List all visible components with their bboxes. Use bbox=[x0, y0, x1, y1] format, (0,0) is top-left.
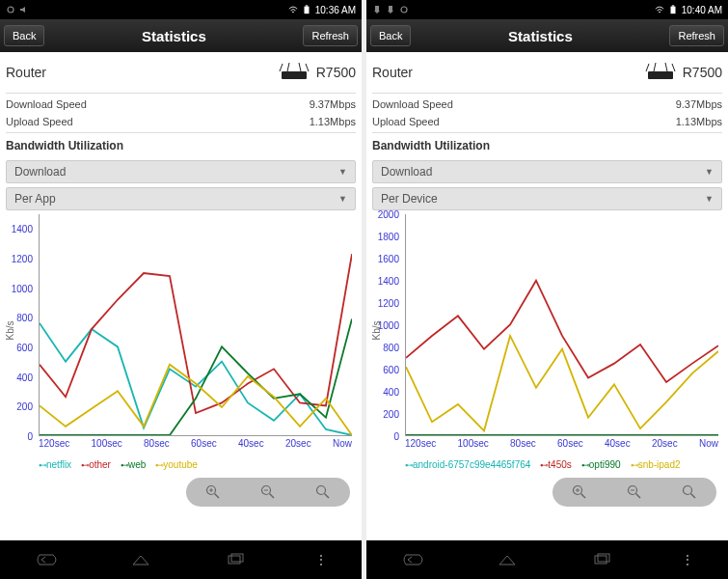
volume-icon bbox=[19, 5, 29, 14]
dropdown-direction[interactable]: Download ▼ bbox=[372, 160, 722, 183]
svg-point-38 bbox=[683, 486, 691, 495]
nav-recent-icon[interactable] bbox=[587, 553, 614, 566]
svg-point-16 bbox=[316, 486, 325, 495]
nav-home-icon[interactable] bbox=[494, 553, 521, 566]
y-tick: 1800 bbox=[372, 232, 399, 242]
router-model: R7500 bbox=[316, 65, 356, 80]
upload-speed-label: Upload Speed bbox=[372, 116, 440, 127]
zoom-bar bbox=[186, 478, 350, 507]
svg-line-32 bbox=[581, 494, 586, 499]
status-time: 10:40 AM bbox=[682, 5, 722, 15]
router-label: Router bbox=[6, 65, 46, 80]
svg-line-14 bbox=[269, 494, 274, 499]
y-tick: 2000 bbox=[372, 209, 399, 220]
download-speed-row: Download Speed 9.37Mbps bbox=[372, 96, 722, 113]
nav-back-icon[interactable] bbox=[34, 553, 61, 566]
x-tick: 20sec bbox=[285, 438, 311, 455]
wifi-icon bbox=[288, 5, 298, 14]
y-tick: 1200 bbox=[372, 298, 399, 309]
y-tick: 1000 bbox=[6, 283, 33, 293]
svg-line-17 bbox=[324, 494, 329, 499]
x-tick: 120sec bbox=[39, 438, 69, 455]
svg-rect-24 bbox=[670, 7, 675, 14]
svg-rect-2 bbox=[304, 7, 309, 14]
svg-line-6 bbox=[299, 63, 301, 71]
bandwidth-title: Bandwidth Utilization bbox=[6, 135, 356, 156]
x-tick: 40sec bbox=[605, 438, 631, 455]
header: Back Statistics Refresh bbox=[0, 19, 362, 52]
back-button[interactable]: Back bbox=[370, 25, 411, 46]
status-bar: 10:40 AM bbox=[366, 0, 728, 19]
chart-right: Kb/s 02004006008001000120014001600180020… bbox=[372, 214, 722, 455]
legend-item: ⊷netflix bbox=[39, 459, 71, 470]
upload-speed-value: 1.13Mbps bbox=[310, 116, 356, 127]
svg-rect-20 bbox=[375, 6, 379, 11]
svg-line-7 bbox=[306, 64, 309, 71]
plot-area[interactable] bbox=[39, 214, 352, 436]
svg-line-39 bbox=[690, 494, 695, 499]
x-tick: Now bbox=[699, 438, 718, 455]
dropdown-direction-value: Download bbox=[381, 165, 432, 179]
upload-speed-row: Upload Speed 1.13Mbps bbox=[372, 113, 722, 130]
x-tick: Now bbox=[333, 438, 352, 455]
refresh-button[interactable]: Refresh bbox=[303, 25, 358, 46]
svg-point-1 bbox=[292, 12, 294, 14]
svg-rect-41 bbox=[598, 554, 609, 562]
page-title: Statistics bbox=[44, 28, 303, 44]
router-label: Router bbox=[372, 65, 413, 80]
zoom-out-icon[interactable] bbox=[260, 484, 276, 500]
chart-svg bbox=[406, 214, 718, 435]
legend-item: ⊷snb-ipad2 bbox=[631, 459, 681, 470]
page-title: Statistics bbox=[411, 28, 669, 44]
dropdown-direction[interactable]: Download ▼ bbox=[6, 160, 356, 183]
legend-item: ⊷web bbox=[121, 459, 146, 470]
dropdown-group[interactable]: Per App ▼ bbox=[6, 187, 356, 210]
sync-icon bbox=[6, 5, 15, 14]
x-tick: 20sec bbox=[652, 438, 678, 455]
svg-rect-19 bbox=[231, 554, 243, 562]
svg-line-10 bbox=[215, 494, 220, 499]
svg-point-0 bbox=[8, 7, 13, 13]
x-tick: 60sec bbox=[557, 438, 583, 455]
zoom-in-icon[interactable] bbox=[572, 484, 587, 500]
y-axis: 0200400600800100012001400160018002000 bbox=[372, 214, 401, 436]
navbar: ⋮ bbox=[366, 540, 728, 579]
svg-rect-30 bbox=[648, 71, 673, 79]
legend-item: ⊷other bbox=[81, 459, 111, 470]
x-tick: 80sec bbox=[144, 438, 170, 455]
x-tick: 60sec bbox=[191, 438, 217, 455]
y-tick: 600 bbox=[372, 365, 399, 375]
download-icon bbox=[372, 5, 382, 14]
y-tick: 400 bbox=[372, 387, 399, 398]
back-button[interactable]: Back bbox=[4, 25, 44, 46]
zoom-in-icon[interactable] bbox=[205, 484, 221, 500]
y-axis: 0200400600800100012001400 bbox=[6, 214, 35, 436]
legend-item: ⊷android-6757c99e4465f764 bbox=[405, 459, 530, 470]
y-tick: 800 bbox=[6, 313, 33, 323]
upload-speed-value: 1.13Mbps bbox=[676, 116, 722, 127]
zoom-reset-icon[interactable] bbox=[315, 484, 331, 500]
nav-recent-icon[interactable] bbox=[221, 553, 248, 566]
refresh-button[interactable]: Refresh bbox=[669, 25, 724, 46]
x-axis: 120sec100sec80sec60sec40sec20secNow bbox=[39, 438, 352, 455]
chevron-down-icon: ▼ bbox=[338, 194, 347, 204]
legend-item: ⊷opti990 bbox=[581, 459, 621, 470]
dropdown-group[interactable]: Per Device ▼ bbox=[372, 187, 722, 210]
nav-home-icon[interactable] bbox=[127, 553, 154, 566]
y-tick: 1000 bbox=[372, 320, 399, 331]
zoom-out-icon[interactable] bbox=[627, 484, 642, 500]
y-tick: 1600 bbox=[372, 254, 399, 264]
router-icon bbox=[644, 62, 677, 83]
upload-speed-row: Upload Speed 1.13Mbps bbox=[6, 113, 356, 130]
y-tick: 0 bbox=[6, 431, 33, 442]
plot-area[interactable] bbox=[405, 214, 718, 436]
svg-line-4 bbox=[280, 64, 283, 71]
nav-back-icon[interactable] bbox=[400, 553, 427, 566]
nav-menu-icon[interactable]: ⋮ bbox=[314, 552, 328, 567]
router-icon bbox=[278, 62, 310, 83]
chevron-down-icon: ▼ bbox=[338, 167, 347, 177]
x-tick: 100sec bbox=[92, 438, 122, 455]
svg-rect-8 bbox=[282, 71, 307, 79]
nav-menu-icon[interactable]: ⋮ bbox=[681, 552, 694, 567]
zoom-reset-icon[interactable] bbox=[682, 484, 697, 500]
